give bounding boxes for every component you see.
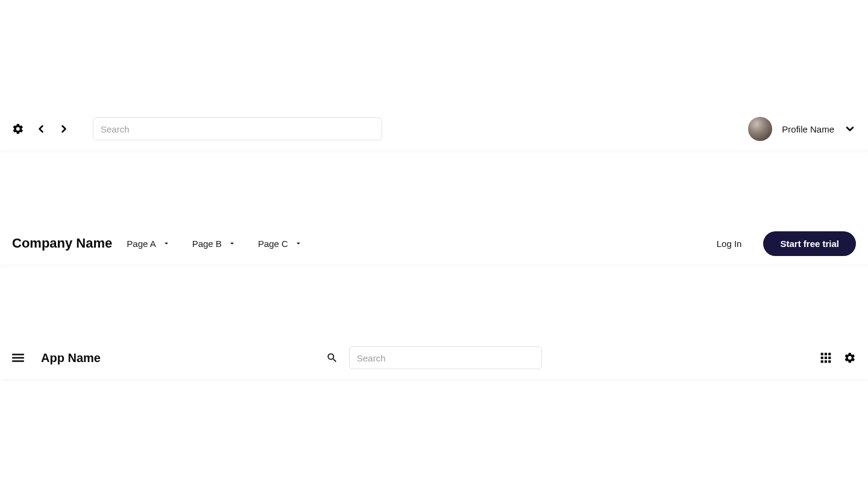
settings-icon[interactable] bbox=[844, 352, 856, 364]
start-trial-button[interactable]: Start free trial bbox=[763, 231, 856, 256]
navbar-company: Company Name Page A Page B Page C Log In… bbox=[0, 222, 868, 264]
chevron-left-icon[interactable] bbox=[35, 123, 47, 135]
svg-rect-4 bbox=[825, 353, 827, 355]
svg-rect-11 bbox=[828, 360, 831, 363]
svg-rect-9 bbox=[821, 360, 823, 363]
settings-icon[interactable] bbox=[12, 123, 24, 135]
nav-link-page-a[interactable]: Page A bbox=[127, 239, 170, 249]
caret-down-icon bbox=[294, 239, 303, 248]
company-brand: Company Name bbox=[12, 236, 112, 251]
svg-rect-10 bbox=[825, 360, 827, 363]
search-input[interactable] bbox=[349, 346, 542, 369]
svg-rect-1 bbox=[12, 357, 24, 359]
navbar-right-group bbox=[820, 352, 856, 364]
search-input[interactable] bbox=[93, 117, 382, 140]
nav-link-page-b[interactable]: Page B bbox=[192, 239, 236, 249]
navbar-left-group: App Name bbox=[12, 351, 101, 365]
nav-link-label: Page A bbox=[127, 239, 156, 249]
login-link[interactable]: Log In bbox=[717, 239, 742, 249]
avatar[interactable] bbox=[748, 117, 772, 141]
navbar-right-group: Log In Start free trial bbox=[717, 231, 856, 256]
profile-name-label: Profile Name bbox=[782, 124, 834, 134]
caret-down-icon bbox=[162, 239, 171, 248]
grid-icon[interactable] bbox=[820, 352, 832, 364]
nav-link-label: Page C bbox=[258, 239, 288, 249]
navbar-left-group bbox=[12, 117, 382, 140]
svg-rect-5 bbox=[828, 353, 831, 355]
profile-group[interactable]: Profile Name bbox=[748, 117, 856, 141]
nav-link-page-c[interactable]: Page C bbox=[258, 239, 303, 249]
svg-rect-0 bbox=[12, 354, 24, 355]
svg-rect-3 bbox=[821, 353, 823, 355]
search-icon[interactable] bbox=[326, 352, 338, 364]
navbar-app: App Name bbox=[0, 337, 868, 379]
svg-rect-7 bbox=[825, 357, 827, 359]
svg-rect-2 bbox=[12, 360, 24, 362]
caret-down-icon bbox=[228, 239, 236, 248]
hamburger-icon[interactable] bbox=[12, 352, 24, 364]
svg-rect-6 bbox=[821, 357, 823, 359]
navbar-center-group bbox=[326, 346, 542, 369]
nav-links: Page A Page B Page C bbox=[127, 239, 303, 249]
svg-rect-8 bbox=[828, 357, 831, 359]
chevron-right-icon[interactable] bbox=[58, 123, 70, 135]
app-name: App Name bbox=[41, 351, 101, 365]
navbar-profile: Profile Name bbox=[0, 108, 868, 150]
nav-link-label: Page B bbox=[192, 239, 222, 249]
chevron-down-icon[interactable] bbox=[844, 123, 856, 135]
